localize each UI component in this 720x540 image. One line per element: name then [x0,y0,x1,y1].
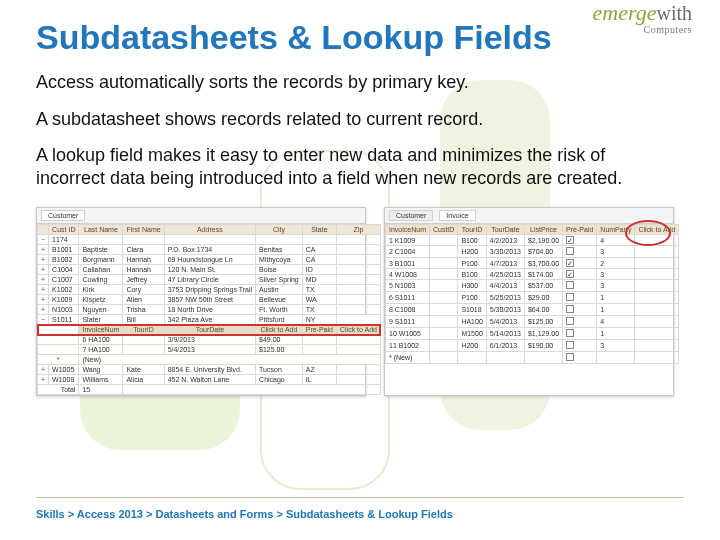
subdatasheet-header: InvoiceNumTourIDTourDateClick to AddPre-… [38,325,381,335]
table-row[interactable]: +C1007CowlingJeffrey47 Library CircleSil… [38,275,381,285]
table-row[interactable]: +B1001BaptisteClaraP.O. Box 1734BenitasC… [38,245,381,255]
table-footer: Total15 [38,385,381,395]
col-header: CustID [429,225,457,235]
paragraph-3: A lookup field makes it easy to enter ne… [36,144,676,189]
screenshot-customer-datasheet: Customer Cust IDLast NameFirst NameAddre… [36,207,366,396]
table-row[interactable]: −1174 [38,235,381,245]
table-row[interactable]: +W1008WilliamsAlicia452 N. Walton LaneCh… [38,375,381,385]
col-header: Zip [337,225,381,235]
invoice-table: InvoiceNumCustIDTourIDTourDateListPriceP… [385,224,679,364]
subdatasheet-new-row[interactable]: *(New) [38,355,381,365]
table-row[interactable]: 5 N1003H3004/4/2013$537.003 [386,280,679,292]
paragraph-2: A subdatasheet shows records related to … [36,108,676,131]
col-header: TourID [458,225,486,235]
col-header: Cust ID [49,225,79,235]
brand-emph: emerge [593,0,657,25]
paragraph-1: Access automatically sorts the records b… [36,71,676,94]
tab-customer-2[interactable]: Customer [389,210,433,221]
table-row[interactable]: +K1002KirkCory3753 Dripping Springs Trai… [38,285,381,295]
brand-sub: Computers [562,24,692,35]
divider [36,497,684,498]
screenshot-invoice-datasheet: Customer Invoice InvoiceNumCustIDTourIDT… [384,207,674,396]
table-row[interactable]: +K1009KispetzAllen3857 NW 50th StreetBel… [38,295,381,305]
col-header: Pre-Paid [563,225,597,235]
col-header: City [256,225,303,235]
col-header: State [302,225,336,235]
customer-table: Cust IDLast NameFirst NameAddressCitySta… [37,224,381,395]
table-row[interactable]: 6 S1011P1005/25/2013$29.001 [386,292,679,304]
table-row[interactable]: 4 W1008B1004/25/2013$174.00✓3 [386,269,679,280]
table-row[interactable]: 2 C1004H2003/30/2013$704.003 [386,246,679,258]
table-row[interactable]: +W1005WangKate8854 E. University Blvd.Tu… [38,365,381,375]
breadcrumb: Skills > Access 2013 > Datasheets and Fo… [36,508,453,520]
table-row[interactable]: 3 B1001P1004/7/2013$3,700.00✓2 [386,258,679,269]
table-row[interactable]: +N1003NguyenTrisha18 North DriveFt. Wort… [38,305,381,315]
table-row[interactable]: 8 C1008S10185/30/2013$64.001 [386,304,679,316]
subdatasheet-row[interactable]: 7 HA1005/4/2013$125.00 [38,345,381,355]
col-header: InvoiceNum [386,225,430,235]
col-header: TourDate [486,225,524,235]
subdatasheet-row[interactable]: 6 HA1003/9/2013$49.00 [38,335,381,345]
table-row[interactable]: 10 W1005M15005/14/2013$1,129.001 [386,328,679,340]
col-header: First Name [123,225,164,235]
highlight-circle [625,220,671,246]
brand-logo: emergewith Computers [562,0,692,35]
table-row[interactable]: +C1004CallahanHannah120 N. Main St.Boise… [38,265,381,275]
col-header: Address [164,225,255,235]
tab-customer[interactable]: Customer [41,210,85,221]
table-row[interactable]: 9 S1011HA1005/4/2013$125.004 [386,316,679,328]
brand-with: with [656,2,692,24]
tab-invoice[interactable]: Invoice [439,210,475,221]
col-header: Last Name [79,225,123,235]
col-header: ListPrice [524,225,562,235]
table-row[interactable]: +B1002BorgmannHannah69 Houndstongue LnMi… [38,255,381,265]
col-header [38,225,49,235]
table-row[interactable]: 11 B1002H2006/1/2013$190.003 [386,340,679,352]
table-row[interactable]: −S1011SlaterBill342 Plaza AvePittsfordNY [38,315,381,325]
table-new-row[interactable]: * (New) [386,352,679,364]
